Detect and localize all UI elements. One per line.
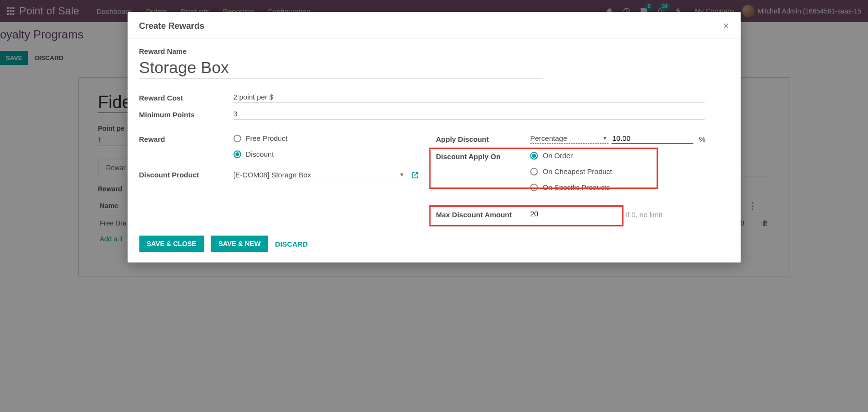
percent-symbol: % — [699, 135, 705, 143]
reward-name-input[interactable] — [139, 56, 543, 78]
max-discount-input[interactable] — [530, 210, 619, 219]
discount-product-value: [E-COM08] Storage Box — [233, 171, 311, 179]
radio-label: On Specific Products — [543, 183, 610, 191]
apply-discount-value-input[interactable] — [612, 134, 693, 144]
radio-icon[interactable] — [233, 150, 241, 158]
apply-on-cheapest[interactable]: On Cheapest Product — [530, 167, 730, 175]
radio-label: Discount — [246, 150, 274, 158]
max-discount-label: Max Discount Amount — [436, 211, 530, 219]
apply-on-order[interactable]: On Order — [530, 151, 730, 160]
save-new-button[interactable]: SAVE & NEW — [211, 236, 268, 252]
reward-cost-value[interactable]: 2 point per $ — [233, 93, 704, 103]
reward-name-label: Reward Name — [139, 47, 729, 55]
save-close-button[interactable]: SAVE & CLOSE — [139, 236, 204, 252]
apply-on-specific[interactable]: On Specific Products — [530, 183, 730, 191]
radio-label: Free Product — [246, 134, 288, 142]
minimum-points-label: Minimum Points — [139, 110, 233, 120]
reward-cost-label: Reward Cost — [139, 93, 233, 103]
create-rewards-modal: Create Rewards × Reward Name Reward Cost… — [127, 12, 741, 262]
reward-option-discount[interactable]: Discount — [233, 150, 432, 158]
radio-icon[interactable] — [530, 152, 538, 160]
modal-discard-button[interactable]: DISCARD — [275, 240, 308, 248]
chevron-down-icon: ▼ — [603, 135, 608, 141]
minimum-points-input[interactable] — [233, 110, 704, 120]
apply-discount-select[interactable]: Percentage ▼ — [530, 134, 609, 144]
radio-label: On Order — [543, 151, 573, 160]
apply-discount-select-value: Percentage — [530, 134, 567, 142]
chevron-down-icon: ▼ — [399, 172, 404, 177]
apply-discount-label: Apply Discount — [436, 134, 530, 143]
reward-option-free-product[interactable]: Free Product — [233, 134, 432, 142]
modal-title: Create Rewards — [139, 21, 204, 31]
reward-label: Reward — [139, 134, 233, 143]
discount-apply-on-label: Discount Apply On — [436, 151, 530, 161]
discount-product-select[interactable]: [E-COM08] Storage Box ▼ — [233, 170, 406, 180]
radio-icon[interactable] — [530, 184, 538, 191]
close-icon[interactable]: × — [723, 21, 729, 31]
discount-product-label: Discount Product — [139, 170, 233, 179]
radio-icon[interactable] — [530, 168, 538, 175]
external-link-icon[interactable] — [411, 172, 418, 179]
max-discount-hint: if 0, no limit — [626, 211, 663, 219]
radio-label: On Cheapest Product — [543, 167, 612, 175]
radio-icon[interactable] — [233, 135, 241, 142]
